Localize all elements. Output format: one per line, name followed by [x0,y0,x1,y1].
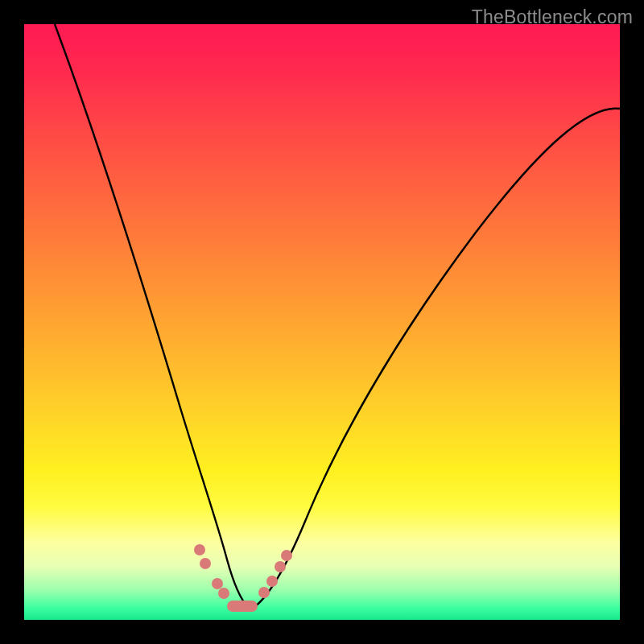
chart-frame: TheBottleneck.com [0,0,644,644]
chart-svg [24,24,620,620]
marker-dot [212,578,223,589]
bottleneck-curve [55,24,620,607]
marker-dot [194,544,205,555]
marker-bar [227,601,258,612]
chart-plot-area [24,24,620,620]
marker-dot [218,588,229,599]
watermark-text: TheBottleneck.com [472,6,633,28]
marker-dot [200,558,211,569]
marker-dot [275,561,286,572]
marker-dot [281,550,292,561]
marker-dot [266,576,278,587]
marker-dot [258,587,270,598]
